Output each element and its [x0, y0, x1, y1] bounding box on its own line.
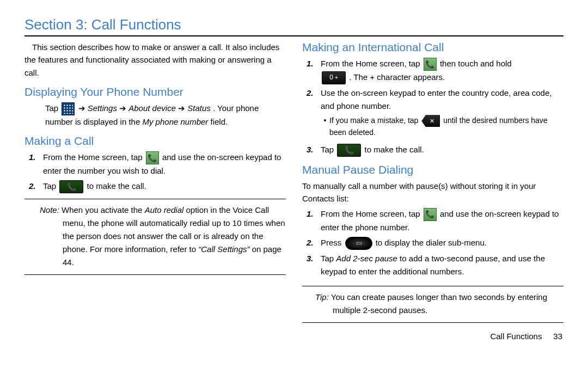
settings-label: Settings [88, 103, 117, 113]
phone-tile-icon: 📞 [424, 58, 437, 71]
zero-plus-key-icon: 0+ [322, 71, 346, 84]
display-number-body: Tap ➔ Settings ➔ About device ➔ Status .… [24, 102, 286, 128]
step-number: 3. [307, 143, 321, 157]
arrow: ➔ [178, 103, 187, 113]
step-3: 3. Tap 📞 to make the call. [307, 143, 564, 157]
auto-redial-term: Auto redial [145, 205, 184, 215]
text: Press [321, 238, 344, 247]
step-3: 3. Tap Add 2-sec pause to add a two-seco… [307, 252, 564, 278]
heading-international-call: Making an International Call [302, 41, 564, 54]
text: . The [349, 72, 370, 82]
add-2sec-pause-label: Add 2-sec pause [336, 254, 397, 263]
page-footer: Call Functions 33 [302, 332, 564, 341]
making-call-steps: 1. From the Home screen, tap 📞 and use t… [24, 151, 286, 193]
step-number: 2. [307, 87, 321, 141]
step-2: 2. Tap 📞 to make the call. [29, 180, 286, 193]
step-number: 2. [29, 180, 43, 193]
title-rule [24, 35, 564, 36]
step-2: 2. Press ▭ to display the dialer sub-men… [307, 236, 564, 250]
text: to display the dialer sub-menu. [376, 238, 487, 247]
text: When you activate the [62, 205, 145, 215]
step-number: 1. [307, 207, 321, 234]
page-number: 33 [553, 332, 562, 341]
call-button-icon: 📞 [59, 180, 83, 193]
step-1: 1. From the Home screen, tap 📞 and use t… [29, 151, 286, 177]
text: Tap [43, 181, 58, 191]
columns: This section describes how to make or an… [24, 41, 564, 341]
heading-display-number: Displaying Your Phone Number [24, 85, 286, 99]
text: to make the call. [87, 181, 146, 191]
my-phone-number-field: My phone number [142, 117, 208, 126]
menu-hardware-button-icon: ▭ [345, 237, 372, 250]
heading-manual-pause: Manual Pause Dialing [302, 163, 564, 176]
step-1: 1. From the Home screen, tap 📞 and use t… [307, 207, 564, 234]
left-column: This section describes how to make or an… [24, 41, 286, 341]
tip-block: Tip: You can create pauses longer than t… [302, 286, 564, 323]
call-settings-ref: “Call Settings” [198, 244, 249, 254]
step-number: 2. [307, 236, 321, 250]
manual-pause-steps: 1. From the Home screen, tap 📞 and use t… [302, 207, 564, 278]
intro-paragraph: This section describes how to make or an… [24, 41, 286, 79]
arrow: ➔ [119, 103, 128, 113]
text: character appears. [377, 72, 445, 82]
step-number: 1. [29, 151, 43, 177]
text: From the Home screen, tap [321, 59, 422, 68]
tip-label: Tip: [315, 292, 329, 302]
sub-bullet-list: • If you make a mistake, tap ✕ until the… [321, 115, 564, 139]
heading-making-call: Making a Call [24, 134, 286, 148]
text: to make the call. [365, 145, 424, 154]
page: Section 3: Call Functions This section d… [0, 0, 588, 346]
bullet-dot: • [321, 115, 329, 139]
text: From the Home screen, tap [321, 209, 422, 218]
text: From the Home screen, tap [43, 152, 145, 162]
section-title: Section 3: Call Functions [24, 16, 564, 33]
phone-tile-icon: 📞 [146, 151, 159, 164]
call-button-icon: 📞 [337, 144, 361, 157]
step-number: 3. [307, 252, 321, 278]
arrow: ➔ [78, 103, 88, 113]
note-block: Note: When you activate the Auto redial … [24, 199, 286, 275]
apps-icon [62, 102, 75, 115]
text: If you make a mistake, tap [329, 116, 420, 125]
plus-char: + [370, 72, 375, 82]
phone-tile-icon: 📞 [424, 208, 437, 221]
international-steps: 1. From the Home screen, tap 📞 then touc… [302, 57, 564, 157]
step-1: 1. From the Home screen, tap 📞 then touc… [307, 57, 564, 84]
sub-bullet: • If you make a mistake, tap ✕ until the… [321, 115, 564, 139]
right-column: Making an International Call 1. From the… [302, 41, 564, 341]
text: field. [211, 117, 228, 126]
tip-text: You can create pauses longer than two se… [331, 292, 547, 315]
backspace-icon: ✕ [421, 115, 440, 127]
manual-pause-intro: To manually call a number with pause(s) … [302, 180, 564, 205]
text: Tap [45, 103, 60, 113]
text: then touch and hold [440, 59, 512, 68]
text: Tap [321, 145, 336, 154]
note-label: Note: [40, 205, 59, 215]
status-label: Status [187, 103, 211, 113]
step-number: 1. [307, 57, 321, 84]
footer-section-label: Call Functions [490, 332, 542, 341]
text: Tap [321, 254, 336, 263]
text: Use the on-screen keypad to enter the co… [321, 88, 552, 111]
about-device-label: About device [128, 103, 176, 113]
step-2: 2. Use the on-screen keypad to enter the… [307, 87, 564, 141]
